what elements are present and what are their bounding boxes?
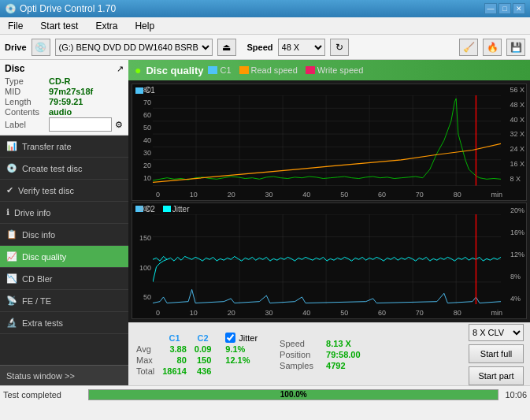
title-bar-left: 💿 Opti Drive Control 1.70 bbox=[5, 3, 116, 14]
stats-c2-header: C2 bbox=[193, 332, 217, 344]
sidebar-item-disc-info[interactable]: 📋 Disc info bbox=[0, 224, 128, 246]
total-c2-value: 436 bbox=[193, 366, 217, 377]
jitter-label: Jitter bbox=[239, 333, 258, 343]
sidebar-item-cd-bler[interactable]: 📉 CD Bler bbox=[0, 268, 128, 290]
status-window-label: Status window >> bbox=[6, 371, 75, 381]
title-bar: 💿 Opti Drive Control 1.70 — □ ✕ bbox=[0, 0, 530, 17]
status-text: Test completed bbox=[3, 390, 82, 400]
total-c1-value: 18614 bbox=[161, 366, 193, 377]
content-area: ● Disc quality C1 Read speed Write speed bbox=[128, 60, 530, 385]
disc-quality-header: ● Disc quality C1 Read speed Write speed bbox=[128, 60, 530, 80]
main-layout: Disc ↗ Type CD-R MID 97m27s18f Length 79… bbox=[0, 60, 530, 385]
chart-legend: C1 Read speed Write speed bbox=[208, 65, 363, 75]
avg-c2-value: 0.09 bbox=[193, 344, 217, 355]
speed-stat-value: 8.13 X bbox=[326, 339, 351, 348]
legend-c1-box bbox=[208, 66, 217, 74]
samples-stat-row: Samples 4792 bbox=[280, 361, 360, 370]
drive-info-icon: ℹ bbox=[6, 207, 9, 217]
transfer-rate-label: Transfer rate bbox=[22, 142, 72, 151]
eject-button[interactable]: ⏏ bbox=[217, 39, 236, 56]
disc-length-label: Length bbox=[5, 97, 46, 106]
disc-quality-title: Disc quality bbox=[146, 65, 203, 76]
stats-panel: C1 C2 Jitter Avg 3.88 0.09 9. bbox=[128, 322, 530, 385]
c2-chart: C2 Jitter 200 150 100 50 20% 16% 12% bbox=[132, 203, 527, 320]
legend-write-speed-label: Write speed bbox=[317, 65, 364, 75]
menu-bar: File Start test Extra Help bbox=[0, 17, 530, 35]
samples-stat-value: 4792 bbox=[326, 361, 345, 370]
position-stat-row: Position 79:58.00 bbox=[280, 350, 360, 359]
sidebar-item-drive-info[interactable]: ℹ Drive info bbox=[0, 202, 128, 224]
close-button[interactable]: ✕ bbox=[513, 3, 525, 14]
maximize-button[interactable]: □ bbox=[498, 3, 511, 14]
extra-tests-icon: 🔬 bbox=[6, 318, 17, 328]
menu-start-test[interactable]: Start test bbox=[35, 19, 83, 33]
legend-write-speed: Write speed bbox=[306, 65, 364, 75]
jitter-legend-text: Jitter bbox=[172, 205, 190, 214]
minimize-button[interactable]: — bbox=[484, 3, 497, 14]
verify-test-disc-icon: ✔ bbox=[6, 185, 13, 195]
c2-x-axis: 0 10 20 30 40 50 60 70 80 min bbox=[156, 309, 502, 317]
sidebar-item-fe-te[interactable]: 📡 FE / TE bbox=[0, 290, 128, 312]
disc-type-value: CD-R bbox=[49, 76, 71, 86]
avg-jitter-value: 9.1% bbox=[217, 344, 264, 355]
disc-label-label: Label bbox=[5, 120, 46, 129]
stats-c1-header: C1 bbox=[161, 332, 193, 344]
transfer-rate-icon: 📊 bbox=[6, 141, 17, 151]
disc-mid-value: 97m27s18f bbox=[49, 87, 93, 96]
clv-select[interactable]: 8 X CLV bbox=[469, 324, 524, 341]
legend-read-speed: Read speed bbox=[239, 65, 298, 75]
disc-info-icon: 📋 bbox=[6, 229, 17, 240]
menu-file[interactable]: File bbox=[3, 19, 28, 33]
start-part-button[interactable]: Start part bbox=[469, 366, 524, 385]
avg-c1-value: 3.88 bbox=[161, 344, 193, 355]
create-test-disc-label: Create test disc bbox=[22, 164, 82, 173]
disc-mid-label: MID bbox=[5, 87, 46, 96]
refresh-button[interactable]: ↻ bbox=[330, 39, 349, 56]
menu-extra[interactable]: Extra bbox=[91, 19, 122, 33]
sidebar-item-create-test-disc[interactable]: 💿 Create test disc bbox=[0, 158, 128, 180]
disc-quality-label: Disc quality bbox=[22, 252, 66, 262]
save-button[interactable]: 💾 bbox=[506, 39, 525, 56]
legend-write-speed-box bbox=[306, 66, 315, 74]
app-title: Opti Drive Control 1.70 bbox=[20, 3, 116, 14]
disc-label-settings-icon[interactable]: ⚙ bbox=[115, 120, 123, 130]
position-stat-value: 79:58.00 bbox=[326, 350, 360, 359]
disc-contents-value: audio bbox=[49, 107, 72, 117]
avg-label: Avg bbox=[135, 344, 161, 355]
drive-select[interactable]: (G:) BENQ DVD DD DW1640 BSRB bbox=[55, 39, 213, 56]
jitter-checkbox[interactable] bbox=[225, 333, 235, 343]
disc-section: Disc ↗ Type CD-R MID 97m27s18f Length 79… bbox=[0, 60, 128, 136]
menu-help[interactable]: Help bbox=[130, 19, 159, 33]
sidebar-item-disc-quality[interactable]: 📈 Disc quality bbox=[0, 246, 128, 268]
clean-button[interactable]: 🧹 bbox=[459, 39, 478, 56]
c2-y-axis-left: 200 150 100 50 bbox=[134, 203, 151, 303]
disc-icon: ↗ bbox=[117, 64, 124, 74]
disc-contents-row: Contents audio bbox=[5, 107, 124, 117]
c1-y-axis-right: 56 X 48 X 40 X 32 X 24 X 16 X 8 X bbox=[510, 84, 524, 184]
speed-stat-label: Speed bbox=[280, 339, 323, 348]
c1-chart: C1 80 70 60 50 40 30 20 10 56 X 48 X 40 … bbox=[132, 84, 527, 201]
sidebar-item-verify-test-disc[interactable]: ✔ Verify test disc bbox=[0, 180, 128, 202]
extra-tests-label: Extra tests bbox=[22, 318, 63, 328]
c1-chart-svg bbox=[153, 95, 501, 186]
start-full-button[interactable]: Start full bbox=[469, 344, 524, 363]
drive-label: Drive bbox=[5, 43, 27, 52]
sidebar-item-extra-tests[interactable]: 🔬 Extra tests bbox=[0, 312, 128, 334]
disc-info-label: Disc info bbox=[22, 230, 55, 240]
burn-button[interactable]: 🔥 bbox=[483, 39, 502, 56]
cd-bler-label: CD Bler bbox=[22, 274, 53, 284]
sidebar-item-transfer-rate[interactable]: 📊 Transfer rate bbox=[0, 136, 128, 158]
disc-rows: Type CD-R MID 97m27s18f Length 79:59.21 … bbox=[5, 76, 124, 132]
progress-text: 100.0% bbox=[89, 390, 498, 400]
charts-area: C1 80 70 60 50 40 30 20 10 56 X 48 X 40 … bbox=[128, 80, 530, 322]
speed-select[interactable]: 48 X bbox=[278, 39, 325, 56]
title-bar-controls: — □ ✕ bbox=[484, 3, 525, 14]
jitter-legend-box bbox=[163, 206, 171, 212]
disc-header: Disc ↗ bbox=[5, 63, 124, 74]
time-text: 10:06 bbox=[505, 390, 527, 400]
c2-chart-svg bbox=[153, 214, 501, 305]
c2-y-axis-right: 20% 16% 12% 8% 4% bbox=[510, 203, 524, 303]
legend-read-speed-box bbox=[239, 66, 249, 74]
status-window-button[interactable]: Status window >> bbox=[0, 365, 128, 385]
disc-label-input[interactable] bbox=[49, 117, 112, 132]
